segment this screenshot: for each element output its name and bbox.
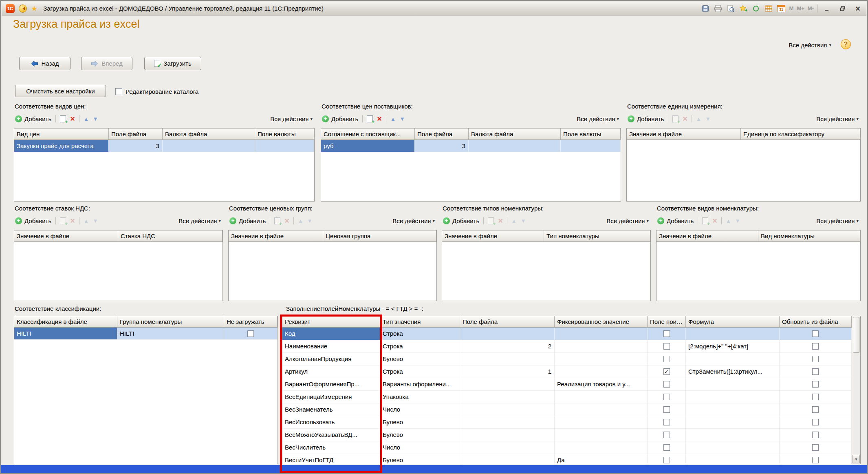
table-row[interactable]: ВесИспользоватьБулево xyxy=(282,416,852,429)
nomenclature-kinds-table[interactable]: Значение в файлеВид номенклатуры xyxy=(656,230,861,301)
table-cell[interactable] xyxy=(648,429,686,441)
copy-icon[interactable]: + xyxy=(488,217,494,224)
table-cell[interactable]: Строка xyxy=(380,340,460,353)
table-cell[interactable] xyxy=(555,391,648,403)
forward-button[interactable]: Вперед xyxy=(81,57,132,70)
cell-checkbox[interactable] xyxy=(663,444,670,451)
calendar-icon[interactable]: 31 xyxy=(777,4,786,13)
column-header[interactable]: Поле файла xyxy=(109,128,163,140)
table-cell[interactable] xyxy=(780,353,852,365)
table-cell[interactable] xyxy=(780,441,852,454)
column-header[interactable]: Значение в файле xyxy=(627,128,741,140)
add-button[interactable]: + Добавить xyxy=(229,217,266,224)
table-cell[interactable] xyxy=(648,391,686,403)
table-cell[interactable]: 2 xyxy=(460,340,555,353)
table-cell[interactable] xyxy=(460,378,555,391)
all-actions-button[interactable]: Все действия ▾ xyxy=(270,115,313,122)
table-cell[interactable] xyxy=(555,429,648,441)
copy-icon[interactable]: + xyxy=(672,115,679,122)
column-header[interactable]: Единица по классификатору xyxy=(741,128,860,140)
table-row[interactable]: АлкогольнаяПродукцияБулево xyxy=(282,353,852,365)
table-row[interactable]: ВесЕдиницаИзмеренияУпаковка xyxy=(282,391,852,403)
column-header[interactable]: Значение в файле xyxy=(657,230,758,241)
all-actions-button[interactable]: Все действия ▾ xyxy=(606,217,650,224)
table-row[interactable]: ВариантОформленияПр...Варианты оформлени… xyxy=(282,378,852,391)
table-cell[interactable] xyxy=(686,328,780,340)
table-cell[interactable] xyxy=(780,416,852,429)
back-history-icon[interactable] xyxy=(19,4,27,13)
table-cell[interactable] xyxy=(686,403,780,416)
table-cell[interactable]: Число xyxy=(380,403,460,416)
table-row[interactable]: ВесЗнаменательЧисло xyxy=(282,403,852,416)
move-up-icon[interactable]: ▲ xyxy=(696,116,701,122)
table-cell[interactable] xyxy=(555,340,648,353)
nomenclature-types-table[interactable]: Значение в файлеТип номенклатуры xyxy=(442,230,651,301)
add-button[interactable]: + Добавить xyxy=(15,115,51,122)
help-button[interactable]: ? xyxy=(841,39,851,49)
table-cell[interactable] xyxy=(460,353,555,365)
column-header[interactable]: Валюта файла xyxy=(163,128,255,140)
table-cell[interactable] xyxy=(460,441,555,454)
table-cell[interactable]: [2:модель]+" "+[4:кат] xyxy=(686,340,780,353)
table-cell[interactable]: Артикул xyxy=(282,365,380,378)
memory-plus-button[interactable]: M+ xyxy=(797,5,804,11)
table-cell[interactable] xyxy=(255,140,314,152)
column-header[interactable]: Не загружать xyxy=(224,316,278,327)
column-header[interactable]: Формула xyxy=(686,316,780,327)
column-header[interactable]: Значение в файле xyxy=(442,230,544,241)
clear-settings-button[interactable]: Очистить все настройки xyxy=(15,85,106,97)
table-cell[interactable] xyxy=(686,416,780,429)
supplier-prices-table[interactable]: Соглашение с поставщик...Поле файлаВалют… xyxy=(321,128,621,202)
table-cell[interactable]: ВариантОформленияПр... xyxy=(282,378,380,391)
table-cell[interactable]: Код xyxy=(282,328,380,340)
back-button[interactable]: Назад xyxy=(19,57,70,70)
table-row[interactable]: НаименованиеСтрока2[2:модель]+" "+[4:кат… xyxy=(282,340,852,353)
copy-icon[interactable]: + xyxy=(60,115,66,122)
copy-icon[interactable]: + xyxy=(367,115,373,122)
scrollbar-thumb[interactable] xyxy=(853,317,859,353)
table-cell[interactable]: ВесЧислитель xyxy=(282,441,380,454)
add-button[interactable]: + Добавить xyxy=(443,217,479,224)
table-cell[interactable] xyxy=(460,416,555,429)
table-cell[interactable] xyxy=(686,429,780,441)
column-header[interactable]: Значение в файле xyxy=(14,230,118,241)
column-header[interactable]: Группа номенклатуры xyxy=(117,316,224,327)
table-cell[interactable] xyxy=(555,403,648,416)
table-row[interactable]: Закупка прайс для расчета3 xyxy=(14,140,314,152)
page-all-actions-button[interactable]: Все действия ▾ xyxy=(789,42,831,49)
maximize-button[interactable] xyxy=(836,4,848,13)
table-cell[interactable] xyxy=(648,340,686,353)
cell-checkbox[interactable] xyxy=(663,394,670,400)
move-up-icon[interactable]: ▲ xyxy=(511,218,517,224)
scroll-down-button[interactable]: ▼ xyxy=(853,455,860,463)
move-down-icon[interactable]: ▼ xyxy=(705,116,711,122)
table-row[interactable]: ВестиУчетПоГТДБулевоДа xyxy=(282,454,852,464)
table-cell[interactable] xyxy=(555,416,648,429)
cell-checkbox[interactable] xyxy=(812,330,819,337)
column-header[interactable]: Фиксированное значение xyxy=(555,316,648,327)
delete-icon[interactable]: × xyxy=(377,115,382,123)
table-cell[interactable] xyxy=(469,140,561,152)
table-cell[interactable] xyxy=(460,403,555,416)
table-cell[interactable] xyxy=(460,454,555,464)
column-header[interactable]: Ценовая группа xyxy=(323,230,436,241)
table-cell[interactable]: ✓ xyxy=(648,365,686,378)
cell-checkbox[interactable] xyxy=(812,343,819,350)
add-button[interactable]: + Добавить xyxy=(15,217,51,224)
cell-checkbox[interactable] xyxy=(812,381,819,388)
cell-checkbox[interactable] xyxy=(663,432,670,438)
all-actions-button[interactable]: Все действия ▾ xyxy=(178,217,222,224)
links-icon[interactable] xyxy=(751,4,761,13)
cell-checkbox[interactable] xyxy=(812,368,819,375)
table-cell[interactable]: ВесИспользовать xyxy=(282,416,380,429)
table-cell[interactable] xyxy=(780,403,852,416)
table-cell[interactable]: Реализация товаров и у... xyxy=(555,378,648,391)
table-cell[interactable] xyxy=(224,328,278,340)
table-cell[interactable] xyxy=(561,140,621,152)
column-header[interactable]: Поле валюты xyxy=(255,128,314,140)
column-header[interactable]: Тип значения xyxy=(380,316,460,327)
table-cell[interactable] xyxy=(648,353,686,365)
table-cell[interactable]: HILTI xyxy=(117,328,224,340)
cell-checkbox[interactable] xyxy=(663,457,670,463)
minimize-button[interactable] xyxy=(821,4,833,13)
